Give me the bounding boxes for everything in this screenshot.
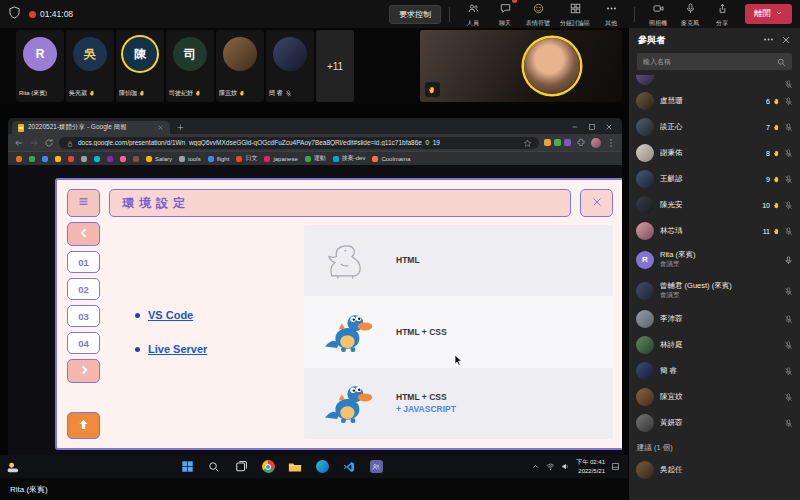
- spotlight-video-tile[interactable]: [420, 30, 622, 102]
- topbar-tab-people[interactable]: 人員: [458, 0, 488, 28]
- search-input[interactable]: [643, 58, 773, 65]
- bookmark-favicon-icon[interactable]: [29, 156, 35, 162]
- video-tile[interactable]: 陳宜妏: [216, 30, 264, 102]
- new-tab-button[interactable]: [176, 121, 185, 134]
- bookmark-favicon-icon[interactable]: [55, 156, 61, 162]
- browser-menu-icon[interactable]: [606, 134, 616, 152]
- participant-row[interactable]: 林詩庭: [636, 332, 793, 358]
- notification-center-icon[interactable]: [611, 462, 620, 471]
- reload-button[interactable]: [44, 134, 54, 152]
- vscode-app[interactable]: [340, 458, 358, 476]
- bookmark-item[interactable]: Coolmama: [372, 156, 410, 162]
- file-explorer-app[interactable]: [286, 458, 304, 476]
- video-tile[interactable]: 司司徒紀妤: [166, 30, 214, 102]
- bookmark-item[interactable]: japanese: [264, 156, 297, 162]
- leave-button[interactable]: 離開: [745, 4, 792, 24]
- volume-icon[interactable]: [561, 462, 570, 471]
- tray-expand-button[interactable]: [531, 462, 540, 471]
- extension-icon[interactable]: [554, 139, 561, 146]
- panel-close-button[interactable]: [781, 31, 791, 49]
- browser-tab[interactable]: 20220521-媒體分享 - Google 簡報: [12, 121, 170, 134]
- network-icon[interactable]: [546, 462, 555, 471]
- participant-row[interactable]: RRita (來賓)會議室: [636, 244, 793, 275]
- chrome-app[interactable]: [259, 458, 277, 476]
- task-view-button[interactable]: [232, 458, 250, 476]
- bookmark-item[interactable]: 運動: [305, 154, 326, 163]
- close-window-button[interactable]: [605, 118, 613, 135]
- topbar-tab-more[interactable]: 其他: [596, 0, 626, 28]
- maximize-button[interactable]: [588, 118, 596, 135]
- slide-page-number[interactable]: 02: [67, 278, 100, 300]
- video-tile[interactable]: 陳陳怡珈: [116, 30, 164, 102]
- widgets-weather-icon[interactable]: [6, 460, 32, 474]
- back-button[interactable]: [14, 134, 24, 152]
- bookmark-item[interactable]: flight: [208, 156, 230, 162]
- mic-button[interactable]: 麥克風: [675, 0, 705, 28]
- bookmark-item[interactable]: 日文: [236, 154, 257, 163]
- slide-close-button[interactable]: [580, 189, 613, 217]
- bookmark-item[interactable]: 接案-dev: [333, 154, 366, 163]
- video-tile[interactable]: 簡 睿: [266, 30, 314, 102]
- slide-next-button[interactable]: [67, 359, 100, 383]
- slide-menu-button[interactable]: [67, 189, 100, 217]
- slide-link[interactable]: VS Code: [148, 309, 193, 321]
- participant-row[interactable]: 李沛蓉: [636, 306, 793, 332]
- bookmark-favicon-icon[interactable]: [133, 156, 139, 162]
- mic-off-icon: [285, 90, 292, 98]
- participant-row[interactable]: 謝秉佑8: [636, 140, 793, 166]
- slide-prev-button[interactable]: [67, 222, 100, 246]
- topbar-tab-emoji[interactable]: 表情符號: [522, 0, 554, 28]
- request-control-button[interactable]: 要求控制: [389, 5, 441, 24]
- recording-indicator: 01:41:08: [29, 9, 73, 19]
- forward-button[interactable]: [29, 134, 39, 152]
- participant-row[interactable]: 王麒諺9: [636, 166, 793, 192]
- share-button[interactable]: 分享: [707, 0, 737, 28]
- participant-search[interactable]: [637, 53, 792, 70]
- participant-row[interactable]: 談正心7: [636, 114, 793, 140]
- slide-page-number[interactable]: 03: [67, 305, 100, 327]
- participant-row[interactable]: 黃妍蓉: [636, 410, 793, 436]
- participant-row[interactable]: 簡 睿: [636, 358, 793, 384]
- camera-button[interactable]: 照相機: [643, 0, 673, 28]
- participant-row[interactable]: 林芯瑀11: [636, 218, 793, 244]
- slide-link[interactable]: Live Server: [148, 343, 207, 355]
- teams-app[interactable]: [367, 458, 385, 476]
- participant-row[interactable]: [636, 75, 793, 88]
- bookmark-favicon-icon[interactable]: [81, 156, 87, 162]
- extensions-icon[interactable]: [576, 134, 586, 152]
- panel-more-button[interactable]: [763, 31, 774, 49]
- bookmark-item[interactable]: Salary: [146, 156, 172, 162]
- tab-close-icon[interactable]: [157, 124, 164, 132]
- extension-icon[interactable]: [564, 139, 571, 146]
- taskbar-clock[interactable]: 下午 02:41 2022/5/21: [576, 458, 605, 474]
- overflow-tile[interactable]: +11: [316, 30, 354, 102]
- address-bar[interactable]: docs.google.com/presentation/d/1Wn_wggQ6…: [59, 137, 539, 149]
- video-tile[interactable]: RRita (來賓): [16, 30, 64, 102]
- edge-app[interactable]: [313, 458, 331, 476]
- topbar-tab-rooms[interactable]: 分組討論區: [556, 0, 594, 28]
- participant-row[interactable]: 陳光安10: [636, 192, 793, 218]
- extension-icon[interactable]: [544, 139, 551, 146]
- taskbar-search-button[interactable]: [205, 458, 223, 476]
- slide-page-number[interactable]: 01: [67, 251, 100, 273]
- topbar-tab-chat[interactable]: 聊天: [490, 0, 520, 28]
- bookmark-favicon-icon[interactable]: [68, 156, 74, 162]
- participant-row[interactable]: 盧慧珊6: [636, 88, 793, 114]
- bookmark-favicon-icon[interactable]: [42, 156, 48, 162]
- profile-avatar[interactable]: [591, 138, 601, 148]
- slide-page-number[interactable]: 04: [67, 332, 100, 354]
- bookmark-star-icon[interactable]: [523, 134, 532, 152]
- slide-top-button[interactable]: [67, 412, 100, 439]
- bookmark-favicon-icon[interactable]: [120, 156, 126, 162]
- bookmark-label: Salary: [155, 156, 172, 162]
- video-tile[interactable]: 吳吳亮葳: [66, 30, 114, 102]
- suggestion-row[interactable]: 吳起任: [636, 457, 793, 483]
- minimize-button[interactable]: [571, 118, 579, 135]
- bookmark-favicon-icon[interactable]: [107, 156, 113, 162]
- participant-row[interactable]: 陳宜妏: [636, 384, 793, 410]
- bookmark-favicon-icon[interactable]: [16, 156, 22, 162]
- bookmark-item[interactable]: tools: [179, 156, 201, 162]
- start-button[interactable]: [178, 458, 196, 476]
- bookmark-favicon-icon[interactable]: [94, 156, 100, 162]
- participant-row[interactable]: 曾輔君 (Guest) (來賓)會議室: [636, 275, 793, 306]
